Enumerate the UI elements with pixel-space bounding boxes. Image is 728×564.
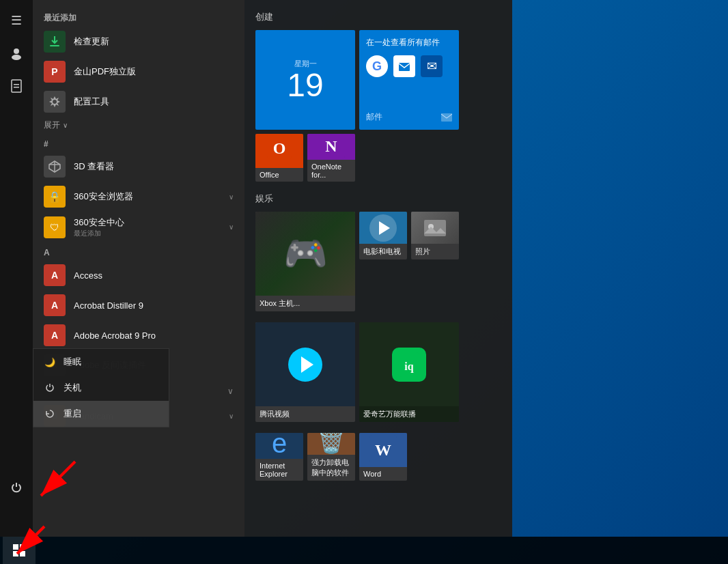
office-icon: O [264, 134, 294, 168]
expand-label: 展开 [44, 119, 60, 131]
user-profile-button[interactable] [3, 40, 30, 67]
kingsoft-pdf-item[interactable]: P 金山PDF独立版 [33, 57, 244, 87]
restart-button[interactable]: 重启 [33, 401, 169, 427]
tencent-label: 腾讯视频 [255, 406, 355, 422]
movies-tile[interactable]: 电影和电视 [359, 212, 407, 259]
mail-app-icon: ✉ [421, 55, 443, 77]
photos-tile[interactable]: 照片 [411, 212, 459, 259]
360-center-arrow: ∨ [229, 223, 234, 231]
sleep-button[interactable]: 🌙 睡眠 [33, 349, 169, 375]
yule-section-label: 娱乐 [255, 193, 501, 205]
gmail-icon: G [366, 55, 388, 77]
config-tool-icon [44, 91, 66, 113]
ie-tile[interactable]: e InternetExplorer [255, 433, 303, 481]
acrobat-distiller-icon: A [44, 294, 66, 316]
tencent-tile[interactable]: 腾讯视频 [255, 322, 355, 422]
check-update-item[interactable]: 检查更新 [33, 27, 244, 57]
uninstall-tile[interactable]: 🗑️ 强力卸载电脑中的软件 [307, 433, 355, 481]
acrobat-distiller-item[interactable]: A Acrobat Distiller 9 [33, 290, 244, 320]
360-browser-icon: 🔒 [44, 186, 66, 208]
kingsoft-pdf-label: 金山PDF独立版 [74, 66, 234, 78]
windows-logo [13, 544, 25, 556]
calendar-tile[interactable]: 星期一 19 [255, 30, 355, 130]
yule-tiles-grid: 🎮 Xbox 主机... 电影和电视 [255, 212, 501, 311]
app-list: 最近添加 检查更新 P 金山PDF独立版 [33, 0, 244, 537]
recently-added-header: 最近添加 [33, 7, 244, 27]
start-button[interactable] [3, 537, 36, 564]
iqiyi-icon: iq [392, 348, 426, 382]
office-label: Office [255, 168, 303, 182]
start-menu: ☰ [0, 0, 512, 537]
movies-label: 电影和电视 [359, 244, 407, 259]
onenote-tile[interactable]: N OneNote for... [307, 134, 355, 182]
svg-text:N: N [325, 137, 337, 155]
config-tool-label: 配置工具 [74, 96, 234, 108]
mail-envelope-icon [441, 113, 452, 122]
access-item[interactable]: A Access [33, 260, 244, 290]
adobe-acrobat-item[interactable]: A Adobe Acrobat 9 Pro [33, 320, 244, 350]
3d-viewer-label: 3D 查看器 [74, 160, 234, 173]
svg-rect-13 [424, 220, 446, 236]
adobe-acrobat-icon: A [44, 324, 66, 346]
word-label: Word [359, 467, 407, 481]
onenote-label: OneNote for... [307, 160, 355, 182]
office-tile[interactable]: O Office [255, 134, 303, 182]
svg-rect-2 [12, 80, 21, 92]
restart-label: 重启 [64, 408, 81, 420]
svg-rect-7 [399, 63, 410, 71]
access-icon: A [44, 264, 66, 286]
svg-point-1 [12, 55, 21, 60]
movies-play-button [369, 214, 397, 242]
moon-icon: 🌙 [44, 357, 55, 367]
iqiyi-label: 爱奇艺万能联播 [359, 406, 459, 422]
3d-viewer-item[interactable]: 3D 查看器 [33, 152, 244, 182]
word-tile[interactable]: W Word [359, 433, 407, 481]
documents-button[interactable] [3, 72, 30, 100]
photos-label: 照片 [411, 244, 459, 259]
mail-label: 邮件 [366, 111, 382, 123]
svg-rect-8 [441, 113, 452, 122]
svg-text:O: O [273, 139, 286, 157]
360-browser-item[interactable]: 🔒 360安全浏览器 ∨ [33, 182, 244, 212]
expand-button[interactable]: 展开 ∨ [33, 117, 244, 134]
word-icon: W [368, 434, 398, 466]
shutdown-label: 关机 [64, 382, 81, 394]
acrobat-distiller-label: Acrobat Distiller 9 [74, 300, 234, 311]
360-center-icon: 🛡 [44, 216, 66, 238]
360-browser-arrow: ∨ [229, 193, 234, 201]
taskbar [0, 537, 728, 564]
expand-chevron: ∨ [63, 122, 68, 129]
mail-tile[interactable]: 在一处查看所有邮件 G ✉ 邮件 [359, 30, 459, 130]
power-button[interactable] [3, 474, 30, 501]
hamburger-menu-button[interactable]: ☰ [3, 7, 30, 34]
kingsoft-pdf-icon: P [44, 61, 66, 83]
xbox-tile[interactable]: 🎮 Xbox 主机... [255, 212, 355, 311]
shutdown-button[interactable]: 关机 [33, 375, 169, 401]
360-center-label: 360安全中心 [74, 217, 124, 227]
xbox-character: 🎮 [283, 233, 328, 274]
3d-viewer-icon [44, 156, 66, 178]
360-center-item[interactable]: 🛡 360安全中心 最近添加 ∨ [33, 212, 244, 242]
outlook-icon [393, 55, 415, 77]
360-browser-label: 360安全浏览器 [74, 191, 229, 203]
calendar-date: 19 [287, 69, 323, 102]
svg-point-0 [14, 48, 19, 54]
access-label: Access [74, 270, 234, 281]
uninstall-label: 强力卸载电脑中的软件 [307, 455, 355, 481]
row4-tiles-grid: e InternetExplorer 🗑️ 强力卸载电脑中的软件 [255, 433, 501, 481]
a-section-header: A [33, 242, 244, 260]
ie-label: InternetExplorer [255, 459, 303, 481]
config-tool-item[interactable]: 配置工具 [33, 87, 244, 117]
photos-icon [423, 216, 447, 240]
iqiyi-tile[interactable]: iq 爱奇艺万能联播 [359, 322, 459, 422]
sidebar: ☰ [0, 0, 33, 537]
tiles-area: 创建 星期一 19 在一处查看所有邮件 G [244, 0, 512, 537]
svg-text:W: W [375, 441, 391, 459]
svg-point-6 [53, 100, 57, 104]
onenote-icon: N [316, 134, 346, 160]
chuangjian-tiles-grid: 星期一 19 在一处查看所有邮件 G [255, 30, 501, 182]
xbox-label: Xbox 主机... [255, 296, 355, 311]
check-update-icon [44, 31, 66, 53]
bottom-tiles-grid: 腾讯视频 iq 爱奇艺万能联播 [255, 322, 501, 422]
power-popup: 🌙 睡眠 关机 重启 [33, 348, 169, 427]
